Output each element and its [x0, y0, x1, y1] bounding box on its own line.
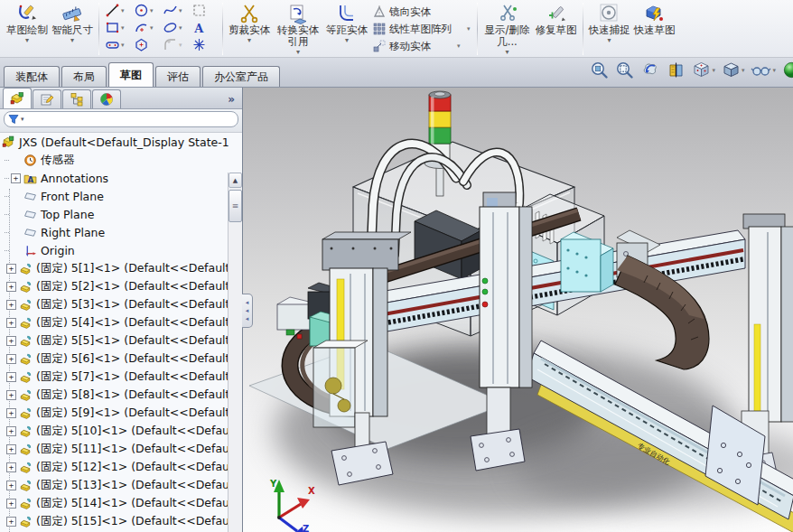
spline-tool-button[interactable]: ▾ [161, 3, 190, 18]
apply-scene-button[interactable] [782, 61, 793, 79]
expand-toggle[interactable]: + [6, 481, 16, 490]
rectangle-tool-button[interactable]: ▾ [103, 20, 132, 35]
selection-box-tool-button[interactable] [190, 3, 219, 18]
fillet-tool-button[interactable]: ▾ [161, 37, 190, 52]
section-view-button[interactable] [667, 61, 686, 79]
tree-item[interactable]: +(固定) 5[4]<1> (Default<<Default>_显 [0, 313, 229, 331]
expand-toggle[interactable]: + [6, 354, 16, 364]
command-tab[interactable]: 布局 [61, 66, 107, 87]
mirror-entities-button[interactable]: 镜向实体 [369, 4, 473, 20]
scroll-up-button[interactable]: ▲ [229, 173, 242, 188]
expand-toggle[interactable]: + [6, 372, 16, 382]
dropdown-caret[interactable]: ▾ [467, 25, 471, 33]
move-entities-button[interactable]: 移动实体 ▾ [369, 38, 473, 54]
arc-tool-button[interactable]: ▾ [132, 20, 161, 35]
tree-item[interactable]: Right Plane [0, 223, 229, 241]
tab-configurationmanager[interactable] [62, 89, 91, 108]
ellipse-tool-button[interactable]: ▾ [161, 20, 190, 35]
expand-toggle[interactable]: + [6, 300, 16, 310]
view-orientation-button[interactable]: ▾ [692, 61, 715, 79]
tree-item[interactable]: Origin [0, 241, 229, 259]
dropdown-caret[interactable]: ▾ [712, 67, 715, 74]
expand-toggle[interactable]: + [6, 517, 16, 527]
expand-toggle[interactable]: + [6, 264, 16, 274]
zoom-to-fit-button[interactable] [590, 61, 609, 79]
hide-show-items-button[interactable]: ▾ [751, 61, 776, 79]
tree-item[interactable]: +(固定) 5[9]<1> (Default<<Default>_显 [0, 404, 229, 422]
convert-entities-button[interactable]: 转换实体引用 ▾ [272, 2, 324, 57]
zoom-to-area-button[interactable] [615, 61, 634, 79]
expand-toggle[interactable]: + [6, 499, 16, 509]
display-delete-relations-button[interactable]: 显示/删除几... ▾ [481, 2, 534, 57]
tree-item[interactable]: +(固定) 5[6]<1> (Default<<Default>_显 [0, 350, 229, 368]
dropdown-caret[interactable]: ▾ [772, 67, 776, 74]
dropdown-caret[interactable]: ▾ [296, 49, 300, 56]
expand-toggle[interactable]: + [6, 444, 16, 454]
linear-sketch-pattern-button[interactable]: 线性草图阵列 ▾ [369, 21, 473, 37]
tree-item[interactable]: +(固定) 5[12]<1> (Default<<Default>_ [0, 458, 229, 476]
command-tab[interactable]: 办公室产品 [202, 66, 280, 87]
tree-scrollbar[interactable]: ▲ ≡ [228, 173, 242, 532]
expand-toggle[interactable]: + [6, 336, 16, 346]
trim-entities-button[interactable]: 剪裁实体 ▾ [227, 2, 272, 45]
tree-item[interactable]: +(固定) 5[2]<1> (Default<<Default>_显 [0, 277, 229, 295]
graphics-viewport[interactable]: 专业自动化 [243, 88, 793, 532]
tree-item[interactable]: +(固定) 5[7]<1> (Default<<Default>_显 [0, 368, 229, 386]
point-tool-button[interactable] [190, 37, 219, 52]
dropdown-caret[interactable]: ▾ [150, 7, 154, 14]
dropdown-caret[interactable]: ▾ [121, 24, 125, 32]
dropdown-caret[interactable]: ▾ [70, 37, 74, 44]
tree-item[interactable]: +(固定) 5[13]<1> (Default<<Default>_ [0, 476, 229, 494]
quick-snaps-button[interactable]: 快速捕捉 ▾ [587, 2, 632, 45]
tab-featuremanager-tree[interactable] [3, 88, 32, 108]
repair-sketch-button[interactable]: 修复草图 [534, 2, 579, 37]
tab-displaymanager[interactable] [92, 89, 121, 108]
expand-toggle[interactable]: + [6, 408, 16, 418]
dropdown-caret[interactable]: ▾ [25, 37, 29, 44]
dropdown-caret[interactable]: ▾ [121, 7, 125, 14]
tree-item[interactable]: Front Plane [0, 187, 229, 205]
dropdown-caret[interactable]: ▾ [150, 24, 154, 32]
dropdown-caret[interactable]: ▾ [179, 24, 182, 32]
dropdown-caret[interactable]: ▾ [742, 67, 745, 74]
slot-tool-button[interactable]: ▾ [103, 37, 132, 52]
tree-item[interactable]: 传感器 [0, 151, 229, 169]
tree-item[interactable]: +(固定) 5[3]<1> (Default<<Default>_显 [0, 295, 229, 313]
tree-item[interactable]: +(固定) 5[11]<1> (Default<<Default>_ [0, 440, 229, 458]
rapid-sketch-button[interactable]: 快速草图 [632, 2, 677, 37]
sketch-text-tool-button[interactable]: A [190, 20, 219, 35]
motor-box-teal[interactable] [561, 232, 613, 292]
scroll-thumb[interactable]: ≡ [229, 190, 242, 222]
offset-entities-button[interactable]: 等距实体 ▾ [324, 2, 369, 45]
dropdown-caret[interactable]: ▾ [608, 37, 611, 44]
tree-item[interactable]: +(固定) 5[14]<1> (Default<<Default>_ [0, 494, 229, 512]
tree-item[interactable]: +(固定) 5[5]<1> (Default<<Default>_显 [0, 331, 229, 350]
expand-toggle[interactable]: + [11, 173, 21, 183]
tree-item[interactable]: Top Plane [0, 205, 229, 223]
command-tab[interactable]: 评估 [155, 66, 201, 87]
circle-tool-button[interactable]: ▾ [132, 3, 161, 18]
polygon-tool-button[interactable] [132, 37, 161, 52]
tree-item[interactable]: +(固定) 5[10]<1> (Default<<Default>_ [0, 422, 229, 440]
tree-root-item[interactable]: JXS (Default<Default_Display State-1>) [0, 133, 229, 151]
tree-item[interactable]: +(固定) 5[15]<1> (Default<<Default>_ [0, 512, 229, 530]
smart-dimension-button[interactable]: 智能尺寸 ▾ [50, 2, 95, 45]
expand-toggle[interactable]: + [6, 282, 16, 292]
panel-overflow-chevrons[interactable]: » [228, 93, 242, 108]
panel-splitter-handle[interactable]: ◂◂◂ [242, 294, 253, 328]
dropdown-caret[interactable]: ▾ [457, 42, 461, 50]
tree-item[interactable]: +(固定) 5[8]<1> (Default<<Default>_显 [0, 386, 229, 404]
command-tab[interactable]: 草图 [108, 62, 154, 87]
dropdown-caret[interactable]: ▾ [179, 7, 182, 14]
previous-view-button[interactable] [640, 61, 660, 79]
tab-propertymanager[interactable] [33, 89, 61, 108]
command-tab[interactable]: 装配体 [4, 66, 60, 87]
gantry-robot-3d-model[interactable]: 专业自动化 [243, 88, 793, 532]
expand-toggle[interactable]: + [6, 462, 16, 472]
dropdown-caret[interactable]: ▾ [121, 42, 125, 49]
display-style-button[interactable]: ▾ [722, 61, 745, 79]
expand-toggle[interactable]: + [6, 318, 16, 328]
tree-filter-input[interactable]: ▾ [4, 111, 238, 127]
dropdown-caret[interactable]: ▾ [506, 49, 509, 56]
dropdown-caret[interactable]: ▾ [247, 37, 251, 44]
